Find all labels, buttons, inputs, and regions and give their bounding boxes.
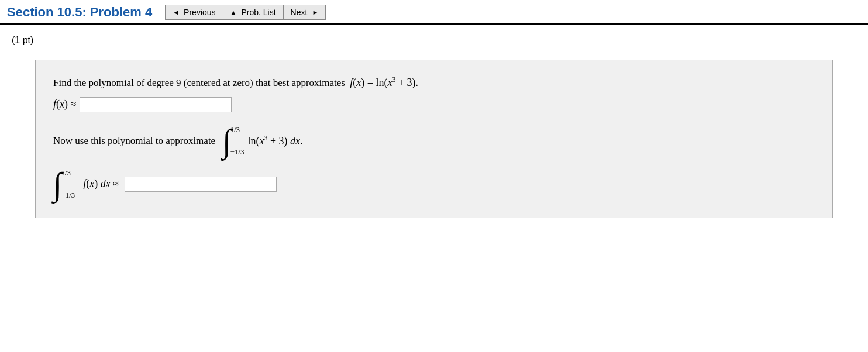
lower-limit: −1/3 [230,147,244,157]
previous-button[interactable]: Previous [165,5,222,20]
integral-limits: 1/3 −1/3 [230,125,244,157]
problem-description: Find the polynomial of degree 9 (centere… [53,74,815,91]
fx-answer-input[interactable] [80,97,232,112]
function-math: f(x) = ln(x3 + 3). [350,77,418,88]
bottom-integrand-label: f(x) dx ≈ [83,178,119,190]
fx-approx-line: f(x) ≈ [53,97,815,112]
integral-display: ∫ 1/3 −1/3 ln(x3 + 3) dx. [222,125,302,157]
points-label: (1 pt) [0,25,868,51]
integral-intro-section: Now use this polynomial to approximate ∫… [53,125,815,157]
problem-box: Find the polynomial of degree 9 (centere… [35,60,833,218]
section-title: Section 10.5: Problem 4 [7,5,152,20]
fx-approx-label: f(x) ≈ [53,98,76,111]
bottom-upper-limit: 1/3 [61,168,71,178]
page-header: Section 10.5: Problem 4 Previous Prob. L… [0,0,868,25]
upper-limit: 1/3 [230,125,240,134]
prob-list-button[interactable]: Prob. List [223,5,283,20]
integral-answer-input[interactable] [125,177,277,192]
next-button[interactable]: Next [283,5,326,20]
integral-intro-text: Now use this polynomial to approximate [53,135,215,147]
description-text: Find the polynomial of degree 9 (centere… [53,77,345,88]
bottom-integral-limits: 1/3 −1/3 [61,168,75,200]
bottom-integral-section: ∫ 1/3 −1/3 f(x) dx ≈ [53,168,815,200]
bottom-lower-limit: −1/3 [61,191,75,200]
nav-buttons: Previous Prob. List Next [165,5,326,20]
bottom-integral-display: ∫ 1/3 −1/3 [53,168,75,200]
integrand-text: ln(x3 + 3) dx. [247,134,302,147]
